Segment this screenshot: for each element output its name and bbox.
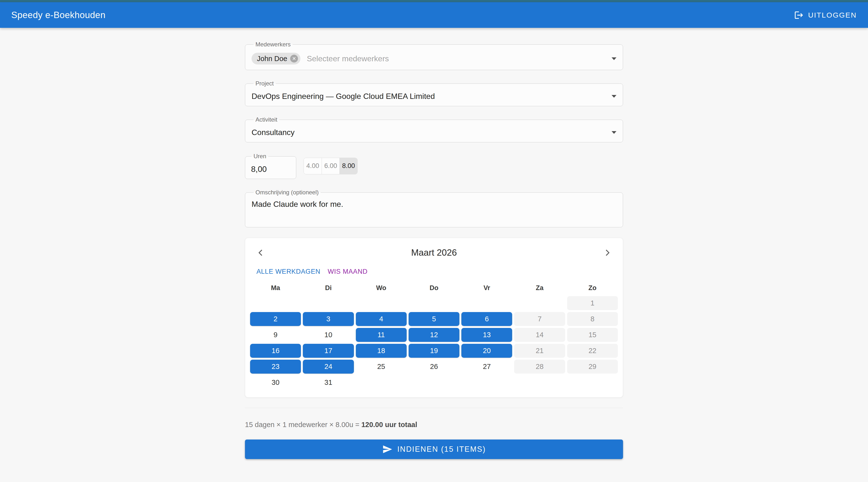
activiteit-label: Activiteit <box>253 117 279 123</box>
project-field[interactable]: Project DevOps Engineering — Google Clou… <box>245 81 623 106</box>
calendar-day-25[interactable]: 25 <box>356 360 407 374</box>
calendar-day-11[interactable]: 11 <box>356 328 407 342</box>
weekday-header: Za <box>514 284 565 292</box>
calendar-day-9[interactable]: 9 <box>250 328 301 342</box>
calendar-day-13[interactable]: 13 <box>461 328 512 342</box>
calendar-day-22[interactable]: 22 <box>567 344 618 358</box>
medewerkers-input[interactable] <box>307 54 612 63</box>
summary-total: 120.00 uur totaal <box>361 421 417 428</box>
calendar-day-4[interactable]: 4 <box>356 312 407 326</box>
calendar-empty-cell <box>356 296 407 310</box>
weekday-header: Wo <box>356 284 407 292</box>
calendar-empty-cell <box>461 296 512 310</box>
omschrijving-textarea[interactable]: Made Claude work for me. <box>252 195 616 226</box>
send-icon <box>382 444 393 454</box>
calendar-day-6[interactable]: 6 <box>461 312 512 326</box>
app-title: Speedy e-Boekhouden <box>11 10 105 20</box>
calendar-day-20[interactable]: 20 <box>461 344 512 358</box>
page: Speedy e-Boekhouden UITLOGGEN Medewerker… <box>0 0 868 482</box>
calendar-day-17[interactable]: 17 <box>303 344 354 358</box>
calendar-day-27[interactable]: 27 <box>461 360 512 374</box>
calendar-day-1[interactable]: 1 <box>567 296 618 310</box>
chevron-right-icon <box>603 249 611 257</box>
calendar-day-8[interactable]: 8 <box>567 312 618 326</box>
all-workdays-button[interactable]: ALLE WERKDAGEN <box>256 268 320 276</box>
medewerkers-inner: John Doe ✕ <box>252 47 616 70</box>
activiteit-value: Consultancy <box>252 128 612 137</box>
calendar-day-15[interactable]: 15 <box>567 328 618 342</box>
calendar-day-18[interactable]: 18 <box>356 344 407 358</box>
employee-chip-label: John Doe <box>257 55 287 63</box>
app-header: Speedy e-Boekhouden UITLOGGEN <box>0 0 868 28</box>
calendar-day-31[interactable]: 31 <box>303 376 354 389</box>
medewerkers-field[interactable]: Medewerkers John Doe ✕ <box>245 41 623 70</box>
logout-button[interactable]: UITLOGGEN <box>794 10 857 20</box>
submit-label: INDIENEN (15 ITEMS) <box>397 445 486 454</box>
summary-prefix: 15 dagen × 1 medewerker × 8.00u = <box>245 421 361 428</box>
project-inner: DevOps Engineering — Google Cloud EMEA L… <box>252 87 616 106</box>
uren-row: Uren 4.006.008.00 <box>245 153 623 179</box>
weekday-header: Ma <box>250 284 301 292</box>
calendar-day-26[interactable]: 26 <box>409 360 459 374</box>
calendar-day-16[interactable]: 16 <box>250 344 301 358</box>
main-content: Medewerkers John Doe ✕ Project DevOps En… <box>245 28 623 459</box>
summary-text: 15 dagen × 1 medewerker × 8.00u = 120.00… <box>245 421 623 429</box>
uren-presets: 4.006.008.00 <box>304 158 358 174</box>
chevron-left-icon <box>257 249 265 257</box>
uren-field: Uren <box>245 153 296 179</box>
uren-preset-6.00[interactable]: 6.00 <box>322 158 339 174</box>
clear-month-button[interactable]: WIS MAAND <box>328 268 368 276</box>
weekday-header: Vr <box>461 284 512 292</box>
activiteit-field[interactable]: Activiteit Consultancy <box>245 117 623 142</box>
uren-label: Uren <box>252 153 268 160</box>
chevron-down-icon[interactable] <box>612 95 616 98</box>
omschrijving-field: Omschrijving (optioneel) Made Claude wor… <box>245 190 623 227</box>
project-label: Project <box>253 81 276 87</box>
calendar-empty-cell <box>303 296 354 310</box>
submit-button[interactable]: INDIENEN (15 ITEMS) <box>245 440 623 459</box>
omschrijving-label: Omschrijving (optioneel) <box>253 190 321 195</box>
calendar-empty-cell <box>514 296 565 310</box>
employee-chip: John Doe ✕ <box>252 53 301 64</box>
next-month-button[interactable] <box>600 246 614 260</box>
weekday-header-row: MaDiWoDoVrZaZo <box>250 284 618 292</box>
browser-top-strip <box>0 0 868 2</box>
calendar-actions: ALLE WERKDAGEN WIS MAAND <box>250 260 618 276</box>
calendar-day-2[interactable]: 2 <box>250 312 301 326</box>
calendar-day-21[interactable]: 21 <box>514 344 565 358</box>
calendar-day-30[interactable]: 30 <box>250 376 301 389</box>
project-value: DevOps Engineering — Google Cloud EMEA L… <box>252 92 612 101</box>
chevron-down-icon[interactable] <box>612 131 616 134</box>
calendar-header: Maart 2026 <box>250 245 618 260</box>
calendar-empty-cell <box>514 376 565 389</box>
calendar-day-3[interactable]: 3 <box>303 312 354 326</box>
calendar-day-28[interactable]: 28 <box>514 360 565 374</box>
calendar-grid: 1234567891011121314151617181920212223242… <box>250 296 618 389</box>
weekday-header: Do <box>409 284 459 292</box>
prev-month-button[interactable] <box>254 246 268 260</box>
chevron-down-icon[interactable] <box>612 57 616 60</box>
calendar-day-29[interactable]: 29 <box>567 360 618 374</box>
calendar-empty-cell <box>461 376 512 389</box>
uren-preset-8.00[interactable]: 8.00 <box>339 158 357 174</box>
calendar-empty-cell <box>250 296 301 310</box>
calendar-day-24[interactable]: 24 <box>303 360 354 374</box>
weekday-header: Zo <box>567 284 618 292</box>
calendar-month-title: Maart 2026 <box>268 248 600 258</box>
chip-remove-icon[interactable]: ✕ <box>290 55 298 63</box>
calendar-empty-cell <box>409 376 459 389</box>
calendar-day-14[interactable]: 14 <box>514 328 565 342</box>
calendar-day-5[interactable]: 5 <box>409 312 459 326</box>
calendar-day-10[interactable]: 10 <box>303 328 354 342</box>
calendar-day-12[interactable]: 12 <box>409 328 459 342</box>
uren-input[interactable] <box>251 160 290 179</box>
calendar-day-19[interactable]: 19 <box>409 344 459 358</box>
weekday-header: Di <box>303 284 354 292</box>
uren-preset-4.00[interactable]: 4.00 <box>304 158 322 174</box>
calendar-day-7[interactable]: 7 <box>514 312 565 326</box>
calendar-empty-cell <box>356 376 407 389</box>
calendar-day-23[interactable]: 23 <box>250 360 301 374</box>
calendar-empty-cell <box>409 296 459 310</box>
logout-label: UITLOGGEN <box>808 11 857 19</box>
medewerkers-label: Medewerkers <box>253 41 292 47</box>
